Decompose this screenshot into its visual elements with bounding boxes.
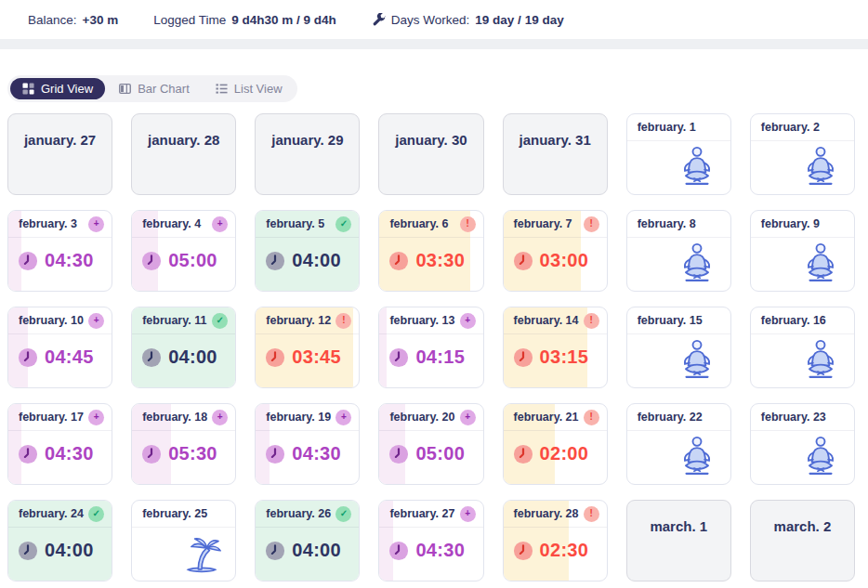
day-cell[interactable]: february. 20 + 05:00 bbox=[378, 403, 483, 485]
outside-month-date: january. 28 bbox=[132, 132, 235, 148]
balance-value: +30 m bbox=[83, 13, 119, 27]
day-cell[interactable]: january. 31 bbox=[503, 113, 608, 195]
cell-body: 04:30 bbox=[8, 443, 112, 464]
logged-time: 03:00 bbox=[540, 250, 589, 271]
status-badge: + bbox=[335, 410, 351, 425]
tab-grid-view[interactable]: Grid View bbox=[10, 78, 105, 99]
day-cell[interactable]: january. 30 bbox=[378, 113, 483, 195]
day-icon-area bbox=[627, 337, 730, 380]
logged-time: 02:30 bbox=[540, 540, 589, 561]
day-cell[interactable]: february. 13 + 04:15 bbox=[378, 307, 483, 388]
cell-date: february. 8 bbox=[638, 217, 696, 230]
day-cell[interactable]: february. 22 bbox=[626, 403, 731, 485]
cell-body: 04:45 bbox=[8, 346, 112, 368]
clock-icon bbox=[141, 444, 162, 464]
day-cell[interactable]: february. 6 ! 03:30 bbox=[378, 210, 483, 292]
clock-icon bbox=[388, 444, 409, 464]
meditation-icon bbox=[676, 337, 718, 380]
cell-body: 02:00 bbox=[504, 443, 607, 464]
status-badge: ! bbox=[335, 313, 351, 329]
outside-month-date: january. 30 bbox=[379, 132, 482, 148]
status-badge: ! bbox=[584, 410, 599, 425]
cell-body: 04:00 bbox=[256, 540, 359, 561]
cell-header: february. 23 bbox=[751, 404, 854, 431]
day-cell[interactable]: february. 7 ! 03:00 bbox=[503, 210, 608, 292]
day-cell[interactable]: february. 14 ! 03:15 bbox=[503, 307, 608, 388]
cell-header: february. 24 ✓ bbox=[8, 501, 112, 528]
cell-body: 04:00 bbox=[8, 540, 112, 561]
clock-icon bbox=[18, 444, 38, 464]
day-icon-area bbox=[751, 144, 854, 187]
day-cell[interactable]: february. 8 bbox=[626, 210, 731, 292]
day-cell[interactable]: february. 9 bbox=[750, 210, 855, 292]
day-cell[interactable]: january. 29 bbox=[255, 113, 360, 195]
cell-date: february. 12 bbox=[266, 314, 331, 327]
logged-time: 04:30 bbox=[415, 540, 465, 561]
day-cell[interactable]: february. 28 ! 02:30 bbox=[503, 500, 608, 581]
meditation-icon bbox=[799, 337, 842, 380]
day-cell[interactable]: february. 3 + 04:30 bbox=[7, 210, 112, 292]
tab-bar-chart[interactable]: Bar Chart bbox=[107, 78, 202, 99]
logged-time: 03:15 bbox=[540, 346, 589, 368]
day-cell[interactable]: january. 28 bbox=[131, 113, 236, 195]
cell-header: february. 5 ✓ bbox=[256, 211, 359, 238]
day-cell[interactable]: february. 27 + 04:30 bbox=[378, 500, 483, 581]
day-cell[interactable]: march. 1 bbox=[626, 500, 731, 581]
meditation-icon bbox=[676, 144, 718, 187]
cell-header: february. 10 + bbox=[8, 307, 112, 334]
clock-icon bbox=[513, 251, 533, 271]
day-cell[interactable]: february. 2 bbox=[750, 113, 855, 195]
cell-body: 03:30 bbox=[379, 250, 482, 271]
cell-body: 03:00 bbox=[504, 250, 607, 271]
day-cell[interactable]: february. 15 bbox=[626, 307, 731, 388]
day-cell[interactable]: february. 16 bbox=[750, 307, 855, 388]
logged-time: 02:00 bbox=[540, 443, 589, 464]
logged-time: 04:15 bbox=[415, 346, 465, 368]
day-cell[interactable]: february. 4 + 05:00 bbox=[131, 210, 236, 292]
days-worked-value: 19 day / 19 day bbox=[475, 13, 563, 27]
day-cell[interactable]: february. 23 bbox=[750, 403, 855, 485]
meditation-icon bbox=[799, 241, 842, 283]
day-cell[interactable]: february. 24 ✓ 04:00 bbox=[7, 500, 112, 581]
clock-icon bbox=[141, 347, 162, 368]
day-cell[interactable]: february. 10 + 04:45 bbox=[7, 307, 112, 388]
day-cell[interactable]: february. 17 + 04:30 bbox=[7, 403, 112, 485]
day-cell[interactable]: february. 19 + 04:30 bbox=[255, 403, 360, 485]
cell-date: february. 28 bbox=[514, 507, 579, 520]
tab-list-view[interactable]: List View bbox=[204, 78, 295, 99]
outside-month-date: march. 1 bbox=[627, 518, 730, 534]
day-cell[interactable]: february. 1 bbox=[626, 113, 731, 195]
day-cell[interactable]: march. 2 bbox=[750, 500, 855, 581]
cell-date: february. 22 bbox=[638, 411, 703, 424]
day-cell[interactable]: february. 18 + 05:30 bbox=[131, 403, 236, 485]
cell-header: february. 4 + bbox=[132, 211, 235, 238]
status-badge: ! bbox=[584, 506, 599, 522]
status-badge: + bbox=[460, 506, 476, 522]
clock-icon bbox=[18, 541, 38, 561]
cell-header: february. 2 bbox=[751, 114, 854, 141]
logged-time: 04:00 bbox=[292, 250, 341, 271]
day-cell[interactable]: february. 12 ! 03:45 bbox=[255, 307, 360, 388]
status-badge: ✓ bbox=[335, 506, 351, 522]
day-icon-area bbox=[627, 241, 730, 283]
day-cell[interactable]: february. 5 ✓ 04:00 bbox=[255, 210, 360, 292]
day-cell[interactable]: february. 21 ! 02:00 bbox=[503, 403, 608, 485]
status-badge: + bbox=[212, 410, 228, 425]
outside-month-date: january. 27 bbox=[8, 132, 112, 148]
cell-body: 04:00 bbox=[132, 346, 235, 368]
status-badge: ! bbox=[584, 313, 599, 329]
cell-header: february. 18 + bbox=[132, 404, 235, 431]
cell-date: february. 20 bbox=[389, 411, 454, 424]
clock-icon bbox=[388, 541, 409, 561]
grid-view-icon bbox=[22, 83, 34, 95]
cell-header: february. 13 + bbox=[379, 307, 482, 334]
cell-body: 03:45 bbox=[256, 346, 359, 368]
day-cell[interactable]: february. 11 ✓ 04:00 bbox=[131, 307, 236, 388]
cell-header: february. 9 bbox=[751, 211, 854, 238]
day-cell[interactable]: january. 27 bbox=[7, 113, 112, 195]
balance-stat: Balance: +30 m bbox=[28, 13, 118, 27]
day-cell[interactable]: february. 26 ✓ 04:00 bbox=[255, 500, 360, 581]
logged-time: 04:00 bbox=[168, 346, 217, 368]
status-badge: + bbox=[212, 216, 228, 232]
day-cell[interactable]: february. 25 bbox=[131, 500, 236, 581]
